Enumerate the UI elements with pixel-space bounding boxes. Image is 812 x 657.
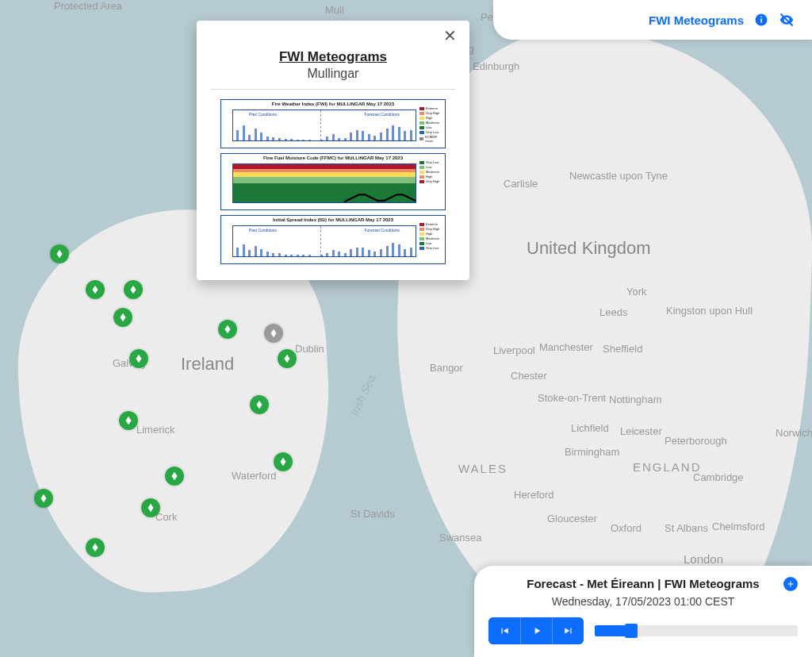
station-marker-johnstown[interactable] — [274, 452, 293, 471]
visibility-off-icon[interactable] — [779, 12, 795, 28]
station-marker-roches-point[interactable] — [86, 538, 105, 557]
label-mull: Mull — [325, 4, 344, 16]
close-icon[interactable]: ✕ — [439, 27, 462, 44]
station-marker-gurteen[interactable] — [165, 467, 184, 486]
meteogram-thumbnail[interactable]: Fire Weather Index (FWI) for MULLINGAR M… — [211, 99, 455, 264]
add-layer-button[interactable] — [783, 577, 798, 591]
station-marker-dublin-airport[interactable] — [278, 349, 297, 368]
station-marker-mullingar[interactable] — [264, 324, 283, 343]
popup-title[interactable]: FWI Meteograms — [211, 49, 455, 65]
timeline-slider[interactable] — [595, 625, 798, 636]
playback-buttons — [488, 617, 584, 644]
step-back-button[interactable] — [488, 617, 520, 644]
popup-divider — [211, 89, 455, 90]
chart-fwi: Fire Weather Index (FWI) for MULLINGAR M… — [220, 99, 446, 148]
station-marker-shannon[interactable] — [119, 411, 138, 430]
timeline-panel: Forecast - Met Éireann | FWI Meteograms … — [474, 566, 812, 657]
slider-thumb[interactable] — [625, 624, 638, 638]
chart-ffmc-title: Fine Fuel Moisture Code (FFMC) for MULLI… — [221, 156, 445, 160]
station-marker-knock[interactable] — [113, 308, 132, 327]
station-marker-malin-head[interactable] — [86, 280, 105, 299]
layer-toggle-panel: FWI Meteograms — [493, 0, 812, 40]
play-button[interactable] — [520, 617, 552, 644]
step-forward-button[interactable] — [552, 617, 584, 644]
info-icon[interactable] — [753, 12, 769, 28]
svg-rect-2 — [760, 17, 762, 18]
station-marker-claremorris[interactable] — [129, 349, 148, 368]
chart-fwi-title: Fire Weather Index (FWI) for MULLINGAR M… — [221, 102, 445, 106]
timeline-title: Forecast - Met Éireann | FWI Meteograms — [488, 577, 798, 590]
chart-isi-title: Initial Spread Index (ISI) for MULLINGAR… — [221, 217, 445, 222]
station-marker-belmullet[interactable] — [50, 244, 69, 263]
station-marker-finner[interactable] — [124, 280, 143, 299]
chart-ffmc: Fine Fuel Moisture Code (FFMC) for MULLI… — [220, 153, 446, 210]
popup-station-name: Mullingar — [211, 67, 455, 81]
label-stdavids: St Davids — [350, 508, 395, 520]
station-popup: ✕ FWI Meteograms Mullingar Fire Weather … — [197, 21, 469, 280]
label-irish-sea: Irish Sea — [348, 373, 378, 418]
svg-rect-1 — [760, 19, 762, 23]
station-marker-valentia[interactable] — [34, 489, 53, 508]
timeline-datetime: Wednesday, 17/05/2023 01:00 CEST — [488, 595, 798, 608]
chart-isi: Initial Spread Index (ISI) for MULLINGAR… — [220, 215, 446, 264]
station-marker-athenry[interactable] — [218, 320, 237, 339]
station-marker-cork-airport[interactable] — [141, 498, 160, 517]
layer-title-link[interactable]: FWI Meteograms — [649, 13, 744, 27]
label-protected-area: Protected Area — [54, 0, 122, 12]
station-marker-oak-park[interactable] — [250, 395, 269, 414]
